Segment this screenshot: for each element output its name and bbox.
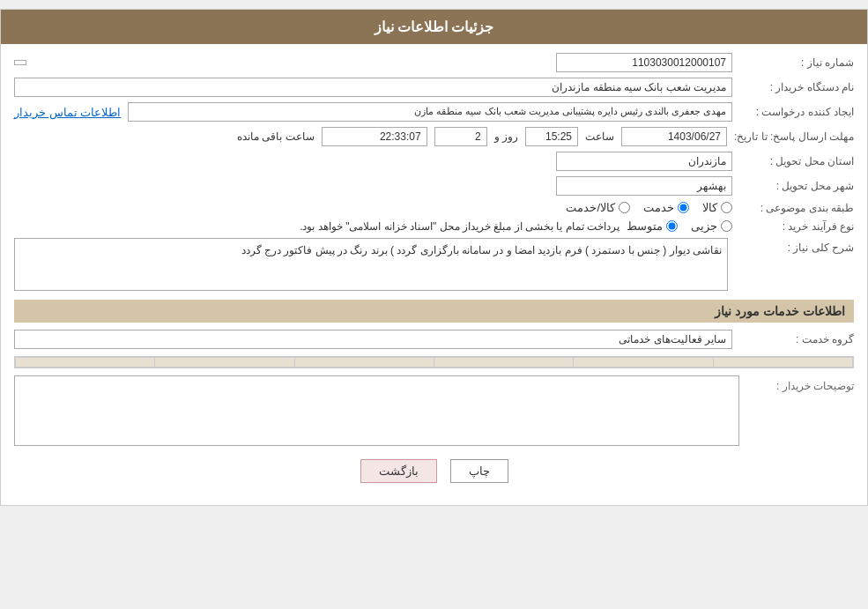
service-group-row: گروه خدمت : سایر فعالیت‌های خدماتی [14,330,854,349]
category-radio-kala-label: کالا [702,201,717,214]
deadline-time-label: ساعت [585,130,614,143]
request-number-value: 1103030012000107 [556,53,732,72]
category-label: طبقه بندی موضوعی : [739,202,854,214]
creator-link[interactable]: اطلاعات تماس خریدار [14,106,121,119]
category-radio-khedmat[interactable]: خدمت [643,201,689,214]
need-desc-value: نقاشی دیوار ( جنس با دستمزد ) فرم بازدید… [14,238,728,291]
deadline-row: مهلت ارسال پاسخ: تا تاریخ: 1403/06/27 سا… [14,127,854,146]
table-header-name [434,358,574,368]
province-label: استان محل تحویل : [739,155,854,167]
category-radio-kala-khedmat-input[interactable] [619,202,630,213]
service-group-value: سایر فعالیت‌های خدماتی [14,330,732,349]
process-label: نوع فرآیند خرید : [739,220,854,233]
page-header: جزئیات اطلاعات نیاز [1,10,867,44]
process-row: نوع فرآیند خرید : جزیی متوسط پرداخت تمام… [14,219,854,233]
table-header-row-num [713,358,852,368]
request-number-label: شماره نیاز : [739,56,854,69]
table-header-row [16,358,853,368]
print-button[interactable]: چاپ [450,459,508,483]
buttons-row: چاپ بازگشت [14,459,854,483]
creator-value: مهدی جعفری بالندی رئیس دایره پشتیبانی مد… [128,102,732,122]
process-text: پرداخت تمام یا بخشی از مبلغ خریداز محل "… [14,220,619,233]
request-number-row: شماره نیاز : 1103030012000107 [14,53,854,72]
page-title: جزئیات اطلاعات نیاز [375,19,494,34]
process-radio-motavasset-label: متوسط [627,219,663,233]
need-desc-label: شرح کلی نیاز : [739,238,854,254]
deadline-label: مهلت ارسال پاسخ: تا تاریخ: [734,130,854,143]
deadline-remaining: 22:33:07 [322,127,427,146]
buyer-notes-input[interactable] [14,375,739,446]
announce-value [14,60,26,65]
back-button[interactable]: بازگشت [360,459,437,483]
province-row: استان محل تحویل : مازندران [14,152,854,171]
deadline-days: 2 [434,127,487,146]
category-radio-kala[interactable]: کالا [702,201,732,214]
table-header-date [16,358,155,368]
category-radio-khedmat-label: خدمت [643,201,674,214]
creator-label: ایجاد کننده درخواست : [739,106,854,118]
city-label: شهر محل تحویل : [739,180,854,192]
category-radio-group: کالا خدمت کالا/خدمت [566,201,732,214]
buyer-notes-section: توضیحات خریدار : [14,375,854,446]
services-table-container [14,356,854,368]
services-section-title: اطلاعات خدمات مورد نیاز [14,300,854,323]
city-row: شهر محل تحویل : بهشهر [14,176,854,196]
province-value: مازندران [556,152,732,171]
process-radio-group: جزیی متوسط [627,219,732,233]
deadline-remaining-label: ساعت باقی مانده [237,130,315,143]
category-radio-kala-input[interactable] [721,202,732,213]
deadline-days-label: روز و [494,130,518,143]
services-table [15,357,853,368]
page-container: جزئیات اطلاعات نیاز شماره نیاز : 1103030… [0,9,868,506]
city-value: بهشهر [556,176,732,196]
process-radio-jozi-input[interactable] [721,220,732,232]
deadline-date: 1403/06/27 [621,127,727,146]
buyer-notes-label: توضیحات خریدار : [739,375,854,392]
content-area: شماره نیاز : 1103030012000107 نام دستگاه… [1,44,867,505]
client-org-label: نام دستگاه خریدار : [739,81,854,93]
category-radio-khedmat-input[interactable] [678,202,689,213]
client-org-value: مدیریت شعب بانک سیه منطقه مازندران [14,78,732,97]
category-radio-kala-khedmat[interactable]: کالا/خدمت [566,201,630,214]
client-org-row: نام دستگاه خریدار : مدیریت شعب بانک سیه … [14,78,854,97]
table-header-unit [294,358,434,368]
deadline-time: 15:25 [525,127,578,146]
table-header-qty [155,358,294,368]
creator-row: ایجاد کننده درخواست : مهدی جعفری بالندی … [14,102,854,122]
category-row: طبقه بندی موضوعی : کالا خدمت کالا/خدمت [14,201,854,214]
need-desc-row: شرح کلی نیاز : نقاشی دیوار ( جنس با دستم… [14,238,854,291]
service-group-label: گروه خدمت : [739,333,854,345]
category-radio-kala-khedmat-label: کالا/خدمت [566,201,615,214]
process-radio-jozi-label: جزیی [691,219,717,233]
table-header-code [574,358,713,368]
process-radio-motavasset[interactable]: متوسط [627,219,678,233]
process-radio-jozi[interactable]: جزیی [691,219,732,233]
process-radio-motavasset-input[interactable] [666,220,678,232]
